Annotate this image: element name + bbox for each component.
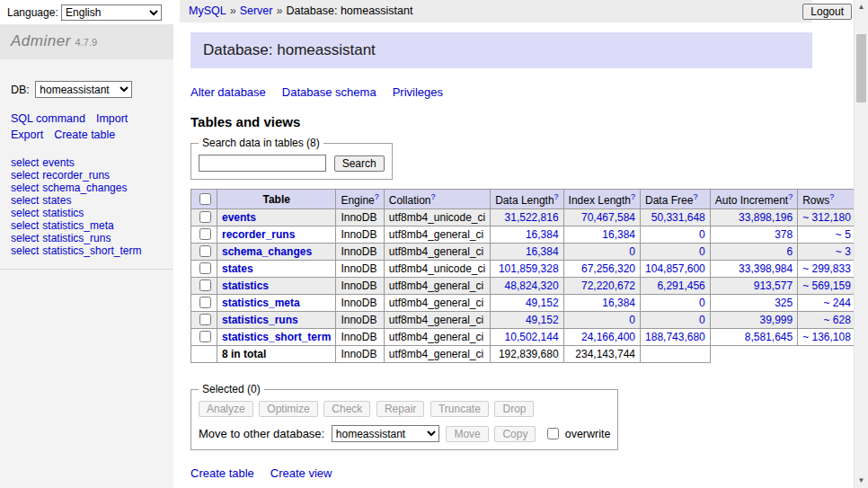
index-length-link[interactable]: 0 (629, 245, 635, 258)
auto-increment-link[interactable]: 33,898,196 (739, 211, 793, 224)
data-free-link[interactable]: 104,857,600 (645, 262, 705, 275)
table-link-events[interactable]: events (42, 156, 74, 169)
table-name-link[interactable]: statistics_meta (222, 297, 300, 309)
create-table-link[interactable]: Create table (190, 466, 254, 480)
index-length-link[interactable]: 72,220,672 (581, 279, 635, 292)
auto-increment-link[interactable]: 6 (786, 245, 793, 258)
row-checkbox[interactable] (199, 314, 211, 325)
index-length-link[interactable]: 16,384 (602, 297, 635, 309)
rows-count-link[interactable]: ~ 244 (824, 297, 851, 309)
auto-increment-link[interactable]: 325 (775, 297, 793, 309)
scroll-up-icon[interactable]: ▲ (855, 0, 868, 14)
sidebar-link-create-table[interactable]: Create table (54, 129, 115, 141)
table-link-statistics[interactable]: statistics (42, 207, 84, 219)
select-link[interactable]: select (11, 156, 39, 169)
auto-increment-link[interactable]: 8,581,645 (745, 331, 793, 343)
select-link[interactable]: select (11, 207, 39, 219)
help-icon[interactable]: ? (693, 192, 697, 201)
copy-button[interactable]: Copy (494, 426, 536, 442)
overwrite-checkbox[interactable] (547, 428, 559, 439)
select-link[interactable]: select (11, 219, 39, 232)
table-link-states[interactable]: states (42, 194, 71, 207)
table-name-link[interactable]: events (222, 211, 256, 224)
move-button[interactable]: Move (446, 426, 488, 442)
data-length-link[interactable]: 10,502,144 (505, 331, 559, 343)
check-button[interactable]: Check (323, 401, 370, 417)
rows-count-link[interactable]: ~ 5 (836, 228, 851, 241)
search-button[interactable]: Search (334, 155, 385, 172)
table-name-link[interactable]: statistics_short_term (222, 331, 331, 343)
data-free-link[interactable]: 0 (699, 228, 705, 241)
database-schema-link[interactable]: Database schema (282, 85, 376, 99)
data-free-link[interactable]: 6,291,456 (657, 279, 704, 292)
table-link-statistics-runs[interactable]: statistics_runs (42, 232, 111, 244)
help-icon[interactable]: ? (554, 192, 559, 201)
repair-button[interactable]: Repair (376, 401, 424, 417)
language-select[interactable]: English (61, 4, 162, 21)
table-name-link[interactable]: recorder_runs (222, 228, 295, 241)
rows-count-link[interactable]: ~ 136,108 (802, 331, 851, 343)
select-link[interactable]: select (11, 244, 39, 257)
scrollbar-thumb[interactable] (856, 34, 866, 102)
help-icon[interactable]: ? (375, 192, 379, 201)
table-name-link[interactable]: states (222, 262, 253, 275)
move-database-select[interactable]: homeassistant (332, 425, 439, 442)
data-length-link[interactable]: 49,152 (526, 297, 559, 309)
data-length-link[interactable]: 48,824,320 (505, 279, 559, 292)
optimize-button[interactable]: Optimize (259, 401, 317, 417)
drop-button[interactable]: Drop (494, 401, 534, 417)
row-checkbox[interactable] (199, 245, 211, 257)
breadcrumb-link-server[interactable]: Server (240, 4, 273, 17)
data-free-link[interactable]: 188,743,680 (645, 331, 705, 343)
create-view-link[interactable]: Create view (270, 466, 332, 480)
data-length-link[interactable]: 16,384 (526, 228, 559, 241)
index-length-link[interactable]: 24,166,400 (581, 331, 635, 343)
search-input[interactable] (199, 155, 326, 172)
data-length-link[interactable]: 31,522,816 (505, 211, 559, 224)
data-length-link[interactable]: 16,384 (526, 245, 559, 258)
rows-count-link[interactable]: ~ 299,833 (802, 262, 851, 275)
data-free-link[interactable]: 50,331,648 (651, 211, 705, 224)
table-link-recorder-runs[interactable]: recorder_runs (42, 169, 110, 182)
table-name-link[interactable]: statistics_runs (222, 314, 298, 326)
data-length-link[interactable]: 101,859,328 (499, 262, 559, 275)
table-name-link[interactable]: statistics (222, 279, 269, 292)
select-link[interactable]: select (11, 169, 39, 182)
help-icon[interactable]: ? (829, 192, 834, 201)
help-icon[interactable]: ? (430, 192, 435, 201)
sidebar-link-sql-command[interactable]: SQL command (11, 112, 85, 125)
auto-increment-link[interactable]: 39,999 (759, 314, 793, 326)
help-icon[interactable]: ? (788, 192, 793, 201)
data-length-link[interactable]: 49,152 (526, 314, 559, 326)
db-select[interactable]: homeassistant (35, 81, 132, 98)
table-name-link[interactable]: schema_changes (222, 245, 312, 258)
row-checkbox[interactable] (199, 262, 211, 274)
select-link[interactable]: select (11, 182, 39, 194)
data-free-link[interactable]: 0 (699, 314, 705, 326)
rows-count-link[interactable]: ~ 3 (836, 245, 851, 258)
index-length-link[interactable]: 16,384 (602, 228, 635, 241)
help-icon[interactable]: ? (631, 192, 635, 201)
table-link-schema-changes[interactable]: schema_changes (42, 182, 127, 194)
truncate-button[interactable]: Truncate (430, 401, 489, 417)
analyze-button[interactable]: Analyze (199, 401, 253, 417)
select-link[interactable]: select (11, 194, 39, 207)
row-checkbox[interactable] (199, 228, 211, 240)
index-length-link[interactable]: 67,256,320 (581, 262, 635, 275)
breadcrumb-link-mysql[interactable]: MySQL (189, 4, 226, 17)
logout-button[interactable]: Logout (802, 4, 852, 20)
index-length-link[interactable]: 0 (629, 314, 635, 326)
scrollbar[interactable]: ▲ ▼ (854, 0, 868, 488)
select-link[interactable]: select (11, 232, 39, 244)
auto-increment-link[interactable]: 378 (775, 228, 793, 241)
scroll-down-icon[interactable]: ▼ (855, 474, 868, 488)
rows-count-link[interactable]: ~ 628 (824, 314, 851, 326)
row-checkbox[interactable] (199, 297, 211, 308)
auto-increment-link[interactable]: 913,577 (754, 279, 793, 292)
sidebar-link-export[interactable]: Export (11, 129, 43, 141)
data-free-link[interactable]: 0 (699, 297, 705, 309)
index-length-link[interactable]: 70,467,584 (581, 211, 635, 224)
data-free-link[interactable]: 0 (699, 245, 705, 258)
row-checkbox[interactable] (199, 279, 211, 291)
table-link-statistics-meta[interactable]: statistics_meta (42, 219, 113, 232)
